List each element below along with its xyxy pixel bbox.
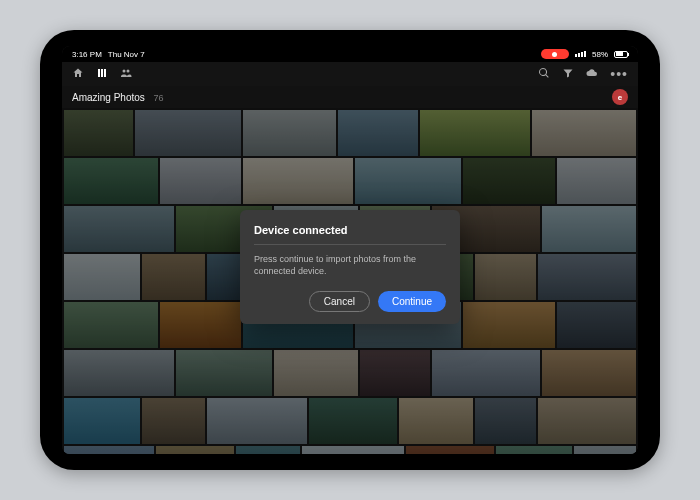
search-icon[interactable] xyxy=(538,65,550,83)
avatar[interactable]: e xyxy=(612,89,628,105)
recording-indicator-icon[interactable] xyxy=(541,49,569,59)
home-icon[interactable] xyxy=(72,65,84,83)
album-count: 76 xyxy=(154,93,164,103)
album-title-bar: Amazing Photos 76 e xyxy=(62,86,638,108)
status-time: 3:16 PM xyxy=(72,50,102,59)
device-connected-dialog: Device connected Press continue to impor… xyxy=(240,210,460,324)
app-toolbar: ••• xyxy=(62,62,638,86)
tablet-frame: 3:16 PM Thu Nov 7 58% ••• xyxy=(40,30,660,470)
wifi-signal-icon xyxy=(575,51,586,57)
divider xyxy=(254,244,446,245)
dialog-title: Device connected xyxy=(254,224,446,236)
people-icon[interactable] xyxy=(120,65,132,83)
dialog-body: Press continue to import photos from the… xyxy=(254,253,446,277)
continue-button[interactable]: Continue xyxy=(378,291,446,312)
status-date: Thu Nov 7 xyxy=(108,50,145,59)
more-icon[interactable]: ••• xyxy=(610,70,628,78)
library-icon[interactable] xyxy=(96,65,108,83)
album-title: Amazing Photos xyxy=(72,92,145,103)
battery-icon xyxy=(614,51,628,58)
status-bar: 3:16 PM Thu Nov 7 58% xyxy=(62,46,638,62)
cancel-button[interactable]: Cancel xyxy=(309,291,370,312)
cloud-icon[interactable] xyxy=(586,65,598,83)
screen: 3:16 PM Thu Nov 7 58% ••• xyxy=(62,46,638,454)
battery-percent: 58% xyxy=(592,50,608,59)
filter-icon[interactable] xyxy=(562,65,574,83)
